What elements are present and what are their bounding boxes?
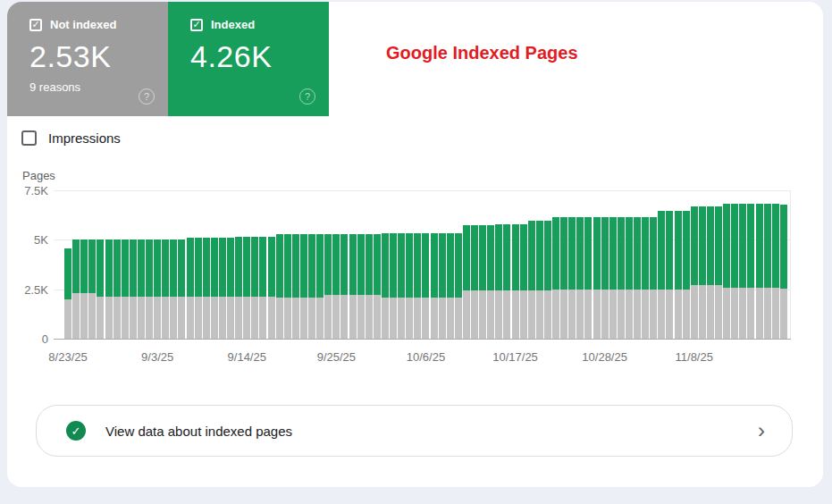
stacked-bar[interactable]	[292, 234, 299, 339]
stacked-bar[interactable]	[138, 239, 145, 339]
stacked-bar[interactable]	[162, 239, 169, 339]
stacked-bar[interactable]	[439, 233, 446, 339]
stacked-bar[interactable]	[471, 225, 478, 339]
stacked-bar[interactable]	[340, 234, 348, 339]
stacked-bar[interactable]	[300, 234, 307, 339]
stacked-bar[interactable]	[349, 234, 357, 339]
stacked-bar[interactable]	[756, 204, 763, 339]
stacked-bar[interactable]	[536, 221, 543, 339]
stacked-bar[interactable]	[601, 217, 609, 339]
stacked-bar[interactable]	[739, 204, 746, 339]
stacked-bar[interactable]	[455, 233, 462, 339]
stacked-bar[interactable]	[122, 239, 129, 339]
stacked-bar[interactable]	[764, 204, 771, 339]
not-indexed-segment	[495, 290, 502, 339]
not-indexed-segment	[626, 290, 633, 339]
indexed-segment	[374, 234, 381, 295]
stacked-bar[interactable]	[723, 204, 730, 339]
stacked-bar[interactable]	[422, 233, 429, 339]
stacked-bar[interactable]	[576, 217, 584, 339]
stacked-bar[interactable]	[626, 217, 633, 339]
stacked-bar[interactable]	[609, 217, 617, 339]
stacked-bar[interactable]	[528, 221, 535, 339]
stacked-bar[interactable]	[642, 217, 649, 339]
stacked-bar[interactable]	[332, 234, 340, 339]
indexing-chart[interactable]: Pages 7.5K5K2.5K0 8/23/259/3/259/14/259/…	[7, 2, 823, 377]
stacked-bar[interactable]	[276, 234, 283, 339]
stacked-bar[interactable]	[731, 204, 738, 339]
stacked-bar[interactable]	[747, 204, 754, 339]
stacked-bar[interactable]	[154, 239, 161, 339]
indexed-segment	[211, 238, 218, 297]
stacked-bar[interactable]	[219, 238, 226, 339]
stacked-bar[interactable]	[552, 217, 559, 339]
stacked-bar[interactable]	[447, 233, 454, 339]
stacked-bar[interactable]	[211, 238, 218, 339]
stacked-bar[interactable]	[691, 206, 698, 339]
stacked-bar[interactable]	[170, 239, 177, 339]
not-indexed-segment	[154, 297, 161, 339]
stacked-bar[interactable]	[235, 237, 242, 339]
view-data-link[interactable]: ✓ View data about indexed pages ›	[36, 405, 793, 457]
stacked-bar[interactable]	[203, 238, 210, 339]
stacked-bar[interactable]	[146, 239, 153, 339]
stacked-bar[interactable]	[780, 205, 787, 339]
stacked-bar[interactable]	[374, 234, 381, 339]
stacked-bar[interactable]	[316, 234, 324, 339]
stacked-bar[interactable]	[308, 234, 315, 339]
stacked-bar[interactable]	[390, 233, 397, 339]
stacked-bar[interactable]	[634, 217, 641, 339]
stacked-bar[interactable]	[227, 238, 234, 339]
stacked-bar[interactable]	[243, 237, 250, 339]
stacked-bar[interactable]	[512, 224, 519, 339]
stacked-bar[interactable]	[699, 206, 706, 339]
stacked-bar[interactable]	[495, 224, 502, 339]
stacked-bar[interactable]	[772, 204, 779, 339]
stacked-bar[interactable]	[72, 239, 80, 339]
stacked-bar[interactable]	[544, 221, 551, 339]
stacked-bar[interactable]	[707, 206, 714, 339]
stacked-bar[interactable]	[650, 217, 657, 339]
stacked-bar[interactable]	[666, 211, 673, 339]
stacked-bar[interactable]	[268, 237, 275, 339]
stacked-bar[interactable]	[398, 233, 405, 339]
stacked-bar[interactable]	[366, 234, 373, 339]
stacked-bar[interactable]	[520, 224, 527, 339]
stacked-bar[interactable]	[675, 211, 682, 339]
stacked-bar[interactable]	[382, 233, 389, 339]
indexed-segment	[658, 211, 665, 290]
stacked-bar[interactable]	[560, 217, 567, 339]
not-indexed-segment	[707, 285, 714, 339]
stacked-bar[interactable]	[414, 233, 421, 339]
stacked-bar[interactable]	[503, 224, 510, 339]
stacked-bar[interactable]	[178, 239, 185, 339]
stacked-bar[interactable]	[568, 217, 576, 339]
stacked-bar[interactable]	[251, 237, 258, 339]
stacked-bar[interactable]	[487, 225, 494, 339]
stacked-bar[interactable]	[584, 217, 592, 339]
stacked-bar[interactable]	[97, 239, 104, 339]
stacked-bar[interactable]	[113, 239, 121, 339]
stacked-bar[interactable]	[324, 234, 332, 339]
stacked-bar[interactable]	[187, 238, 194, 339]
stacked-bar[interactable]	[431, 233, 438, 339]
not-indexed-segment	[64, 299, 71, 339]
stacked-bar[interactable]	[715, 206, 722, 339]
stacked-bar[interactable]	[618, 217, 625, 339]
stacked-bar[interactable]	[683, 211, 690, 339]
stacked-bar[interactable]	[64, 248, 71, 339]
stacked-bar[interactable]	[88, 239, 96, 339]
stacked-bar[interactable]	[463, 225, 470, 339]
stacked-bar[interactable]	[105, 239, 113, 339]
stacked-bar[interactable]	[406, 233, 413, 339]
stacked-bar[interactable]	[479, 225, 486, 339]
stacked-bar[interactable]	[259, 237, 266, 339]
stacked-bar[interactable]	[658, 211, 665, 339]
stacked-bar[interactable]	[195, 238, 202, 339]
stacked-bar[interactable]	[357, 234, 365, 339]
indexed-segment	[300, 234, 307, 298]
stacked-bar[interactable]	[80, 239, 88, 339]
stacked-bar[interactable]	[593, 217, 601, 339]
stacked-bar[interactable]	[284, 234, 291, 339]
stacked-bar[interactable]	[130, 239, 137, 339]
